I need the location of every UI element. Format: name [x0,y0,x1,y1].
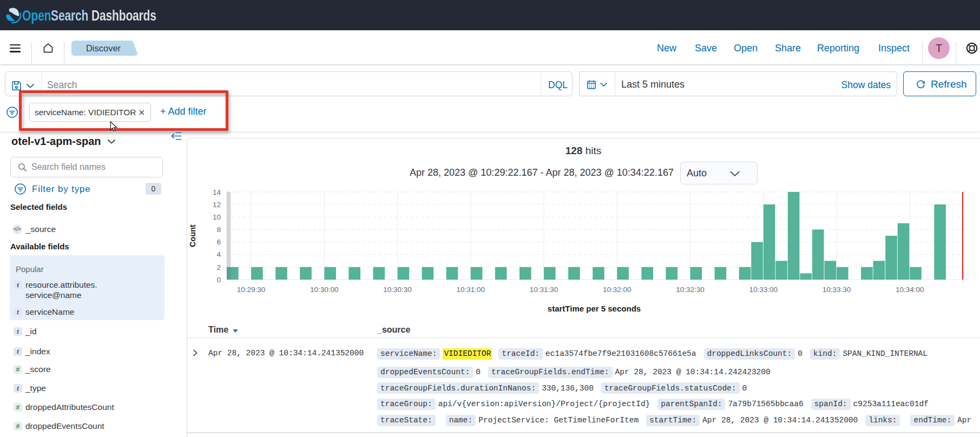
svg-text:10:29:30: 10:29:30 [237,286,266,294]
svg-text:0: 0 [216,276,221,284]
svg-text:10:32:00: 10:32:00 [603,286,632,294]
svg-text:10: 10 [213,213,221,221]
svg-text:10:30:30: 10:30:30 [383,286,412,294]
svg-text:10:33:00: 10:33:00 [749,286,778,294]
svg-text:4: 4 [216,250,221,259]
svg-text:10:31:00: 10:31:00 [457,286,485,294]
svg-text:10:33:30: 10:33:30 [823,286,851,294]
svg-text:10:32:30: 10:32:30 [676,286,705,294]
svg-text:10:30:00: 10:30:00 [310,286,339,294]
svg-text:startTime per 5 seconds: startTime per 5 seconds [548,304,641,313]
svg-text:2: 2 [216,263,221,272]
svg-text:10:31:30: 10:31:30 [530,286,558,294]
svg-text:12: 12 [213,201,221,209]
svg-text:6: 6 [216,238,221,246]
svg-text:10:34:00: 10:34:00 [896,286,924,294]
svg-text:8: 8 [216,226,221,234]
svg-text:14: 14 [213,188,221,196]
svg-text:Count: Count [188,224,197,247]
